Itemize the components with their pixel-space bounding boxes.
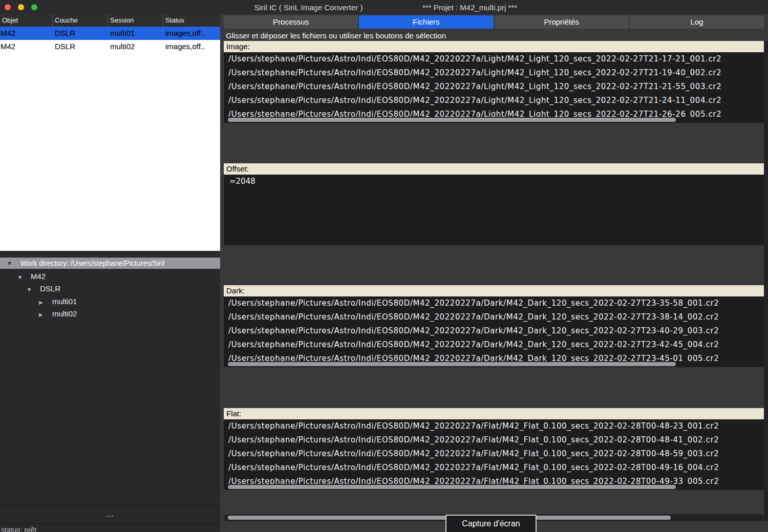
files-pane: Processus Fichiers Propriétés Log Glisse… — [220, 14, 768, 532]
capture-screen-button[interactable]: Capture d'écran — [445, 515, 537, 532]
cell-objet: M42 — [0, 40, 53, 53]
tree-item-m42[interactable]: ▼M42 — [0, 270, 220, 283]
file-path-item[interactable]: /Users/stephane/Pictures/Astro/Indi/EOS8… — [224, 108, 764, 117]
file-path-item[interactable]: /Users/stephane/Pictures/Astro/Indi/EOS8… — [224, 475, 764, 484]
section-label-dark: Dark: — [224, 285, 764, 296]
minimize-button[interactable] — [18, 4, 24, 10]
disclosure-open-icon[interactable]: ▼ — [17, 271, 25, 284]
horizontal-scrollbar[interactable] — [224, 361, 764, 367]
window-titlebar: Siril IC ( SiriL Image Converter ) *** P… — [0, 0, 768, 14]
status-text: status: prêt — [1, 526, 36, 532]
file-path-item[interactable]: /Users/stephane/Pictures/Astro/Indi/EOS8… — [224, 338, 764, 352]
tree-item-multi02[interactable]: ▶multi02 — [0, 308, 220, 320]
tree-item-label: multi01 — [52, 297, 77, 306]
sessions-table: Objet Couche Session Status M42 DSLR mul… — [0, 14, 220, 251]
section-label-image: Image: — [224, 41, 764, 52]
file-path-item[interactable]: /Users/stephane/Pictures/Astro/Indi/EOS8… — [224, 447, 764, 461]
cell-status: images,off.. — [163, 27, 220, 40]
flat-file-list: /Users/stephane/Pictures/Astro/Indi/EOS8… — [224, 419, 764, 484]
work-directory-label: Work directory: /Users/stephane/Pictures… — [20, 258, 164, 269]
section-label-flat: Flat: — [224, 408, 764, 419]
file-path-item[interactable]: /Users/stephane/Pictures/Astro/Indi/EOS8… — [224, 352, 764, 361]
horizontal-scrollbar-thumb[interactable] — [228, 118, 676, 122]
project-title: *** Projet : M42_multi.prj *** — [397, 3, 543, 12]
disclosure-closed-icon[interactable]: ▶ — [39, 296, 46, 309]
tab-proprietes[interactable]: Propriétés — [495, 15, 629, 29]
panel-divider — [0, 523, 220, 524]
file-path-item[interactable]: /Users/stephane/Pictures/Astro/Indi/EOS8… — [224, 310, 764, 324]
horizontal-scrollbar[interactable] — [224, 117, 764, 123]
tab-fichiers[interactable]: Fichiers — [359, 15, 493, 29]
section-label-offset: Offset: — [224, 163, 764, 175]
tab-log[interactable]: Log — [630, 15, 764, 29]
horizontal-scrollbar[interactable] — [224, 484, 764, 490]
tree-item-label: DSLR — [40, 284, 60, 293]
disclosure-closed-icon[interactable]: ▶ — [39, 309, 46, 321]
tree-item-multi01[interactable]: ▶multi01 — [0, 295, 220, 308]
close-button[interactable] — [5, 4, 11, 10]
column-header-session[interactable]: Session — [108, 14, 163, 27]
zoom-button[interactable] — [31, 4, 37, 10]
file-path-item[interactable]: /Users/stephane/Pictures/Astro/Indi/EOS8… — [224, 296, 764, 310]
column-header-objet[interactable]: Objet — [0, 14, 53, 27]
horizontal-scrollbar-thumb[interactable] — [228, 362, 676, 366]
file-path-item[interactable]: /Users/stephane/Pictures/Astro/Indi/EOS8… — [224, 461, 764, 475]
file-path-item[interactable]: /Users/stephane/Pictures/Astro/Indi/EOS8… — [224, 419, 764, 433]
session-row-multi01[interactable]: M42 DSLR multi01 images,off.. — [0, 27, 220, 40]
file-path-item[interactable]: /Users/stephane/Pictures/Astro/Indi/EOS8… — [224, 80, 764, 94]
dark-file-list: /Users/stephane/Pictures/Astro/Indi/EOS8… — [224, 296, 764, 361]
offset-value-item[interactable]: =2048 — [224, 175, 764, 188]
cell-session: multi01 — [108, 27, 163, 40]
column-header-couche[interactable]: Couche — [53, 14, 108, 27]
image-file-list: /Users/stephane/Pictures/Astro/Indi/EOS8… — [224, 52, 764, 117]
session-row-multi02[interactable]: M42 DSLR multi02 images,off.. — [0, 40, 220, 53]
panel-divider — [0, 505, 220, 506]
window-title: Siril IC ( SiriL Image Converter ) — [220, 3, 397, 12]
file-path-item[interactable]: /Users/stephane/Pictures/Astro/Indi/EOS8… — [224, 66, 764, 80]
cell-couche: DSLR — [53, 27, 108, 40]
vertical-scrollbar[interactable] — [764, 41, 768, 521]
overflow-indicator: ... — [0, 509, 220, 518]
cell-couche: DSLR — [53, 40, 108, 53]
file-path-item[interactable]: /Users/stephane/Pictures/Astro/Indi/EOS8… — [224, 324, 764, 338]
cell-objet: M42 — [0, 27, 53, 40]
file-path-item[interactable]: /Users/stephane/Pictures/Astro/Indi/EOS8… — [224, 433, 764, 447]
file-path-item[interactable]: /Users/stephane/Pictures/Astro/Indi/EOS8… — [224, 52, 764, 66]
tree-item-dslr[interactable]: ▼DSLR — [0, 283, 220, 295]
column-header-status[interactable]: Status — [163, 14, 220, 27]
disclosure-open-icon[interactable]: ▼ — [27, 284, 34, 296]
file-path-item[interactable]: /Users/stephane/Pictures/Astro/Indi/EOS8… — [224, 94, 764, 108]
directory-tree-panel: ▼ Work directory: /Users/stephane/Pictur… — [0, 251, 220, 532]
cell-session: multi02 — [108, 40, 163, 53]
offset-list: =2048 — [224, 175, 764, 245]
tree-item-label: multi02 — [52, 309, 77, 318]
horizontal-scrollbar-thumb[interactable] — [228, 485, 676, 489]
tab-processus[interactable]: Processus — [224, 15, 358, 29]
collapse-triangle-icon[interactable]: ▼ — [7, 258, 12, 269]
app-window: Siril IC ( SiriL Image Converter ) *** P… — [0, 0, 768, 532]
tab-bar: Processus Fichiers Propriétés Log — [224, 15, 764, 29]
cell-status: images,off.. — [163, 40, 220, 53]
work-directory-header[interactable]: ▼ Work directory: /Users/stephane/Pictur… — [0, 258, 220, 269]
drag-drop-hint: Glisser et déposer les fichiers ou utili… — [226, 31, 766, 40]
tree-item-label: M42 — [31, 272, 46, 281]
table-header-row: Objet Couche Session Status — [0, 14, 220, 27]
